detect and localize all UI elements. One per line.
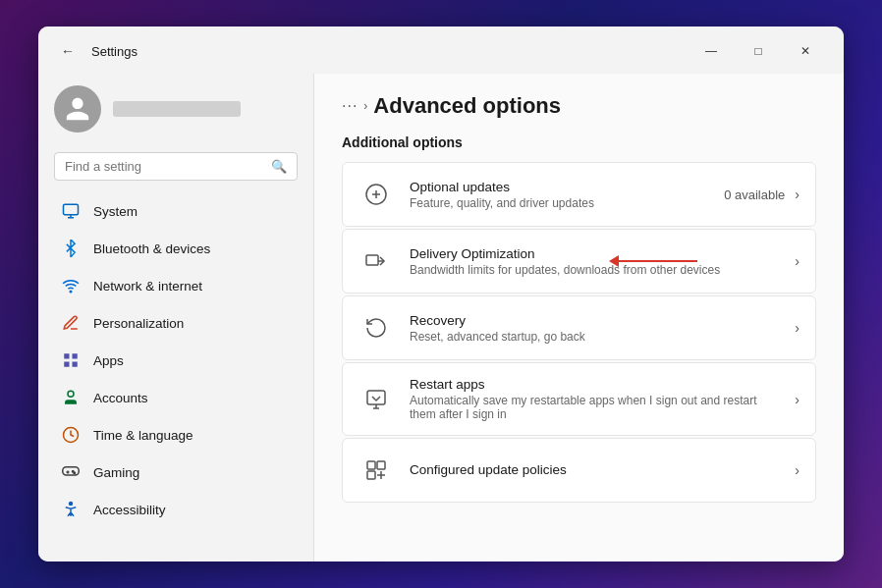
optional-updates-icon <box>358 177 394 212</box>
maximize-button[interactable]: □ <box>736 36 781 66</box>
optional-updates-text: Optional updates Feature, quality, and d… <box>410 180 708 210</box>
time-icon <box>62 426 80 444</box>
svg-point-3 <box>70 291 72 293</box>
recovery-item[interactable]: Recovery Reset, advanced startup, go bac… <box>342 295 816 360</box>
gaming-label: Gaming <box>93 465 139 480</box>
configured-policies-right: › <box>795 462 799 478</box>
recovery-chevron: › <box>795 320 799 336</box>
nav-item-accessibility[interactable]: Accessibility <box>46 492 305 527</box>
nav-item-accounts[interactable]: Accounts <box>46 380 305 415</box>
network-label: Network & internet <box>93 279 202 294</box>
breadcrumb: ··· › Advanced options <box>342 93 816 119</box>
apps-icon <box>62 351 80 369</box>
settings-list: Optional updates Feature, quality, and d… <box>342 162 816 503</box>
gaming-icon <box>62 463 80 481</box>
apps-label: Apps <box>93 353 124 368</box>
recovery-desc: Reset, advanced startup, go back <box>410 330 779 344</box>
search-box[interactable]: 🔍 <box>54 152 298 181</box>
nav-item-system[interactable]: System <box>46 193 305 229</box>
nav-item-time[interactable]: Time & language <box>46 417 305 453</box>
svg-point-14 <box>70 503 73 506</box>
settings-window: ← Settings — □ ✕ 🔍 <box>38 27 844 561</box>
main-content: ··· › Advanced options Additional option… <box>313 74 844 561</box>
configured-policies-name: Configured update policies <box>410 462 779 477</box>
svg-rect-18 <box>366 255 378 265</box>
user-name-placeholder <box>113 101 241 117</box>
delivery-optimization-name: Delivery Optimization <box>410 246 779 261</box>
nav-item-personalization[interactable]: Personalization <box>46 305 305 341</box>
accounts-label: Accounts <box>93 391 148 405</box>
recovery-name: Recovery <box>410 313 779 328</box>
svg-rect-0 <box>64 204 79 215</box>
svg-rect-20 <box>367 391 385 404</box>
section-title: Additional options <box>342 134 816 150</box>
restart-apps-desc: Automatically save my restartable apps w… <box>410 394 779 421</box>
title-bar: ← Settings — □ ✕ <box>38 27 844 74</box>
restart-apps-item[interactable]: Restart apps Automatically save my resta… <box>342 362 816 436</box>
delivery-optimization-desc: Bandwidth limits for updates, downloads … <box>410 263 779 277</box>
optional-updates-badge: 0 available <box>724 187 785 202</box>
restart-apps-chevron: › <box>795 392 799 407</box>
configured-policies-icon <box>358 453 394 488</box>
svg-rect-4 <box>64 353 69 358</box>
nav-item-gaming[interactable]: Gaming <box>46 454 305 490</box>
page-title: Advanced options <box>373 93 561 119</box>
svg-point-8 <box>68 391 74 397</box>
delivery-optimization-icon <box>358 243 394 279</box>
recovery-right: › <box>795 320 799 336</box>
nav-item-bluetooth[interactable]: Bluetooth & devices <box>46 231 305 266</box>
title-bar-left: ← Settings <box>54 37 138 65</box>
personalization-label: Personalization <box>93 316 184 331</box>
configured-update-policies-item[interactable]: Configured update policies › <box>342 438 816 503</box>
delivery-optimization-right: › <box>795 253 799 269</box>
optional-updates-chevron: › <box>795 187 799 202</box>
minimize-button[interactable]: — <box>689 36 734 66</box>
restart-apps-icon <box>358 382 394 417</box>
svg-rect-22 <box>377 461 385 469</box>
restart-apps-right: › <box>795 392 799 407</box>
arrow-head-icon <box>609 255 619 267</box>
search-icon: 🔍 <box>271 159 287 174</box>
configured-policies-text: Configured update policies <box>410 462 779 479</box>
restart-apps-name: Restart apps <box>410 377 779 392</box>
window-body: 🔍 System Bluetooth & devices Network <box>38 74 844 561</box>
svg-point-13 <box>74 472 76 474</box>
bluetooth-label: Bluetooth & devices <box>93 241 210 256</box>
accounts-icon <box>62 389 80 406</box>
window-title: Settings <box>91 44 138 59</box>
breadcrumb-dots[interactable]: ··· <box>342 97 358 115</box>
svg-rect-5 <box>73 353 78 358</box>
user-avatar-icon <box>64 95 91 123</box>
optional-updates-name: Optional updates <box>410 180 708 194</box>
optional-updates-item[interactable]: Optional updates Feature, quality, and d… <box>342 162 816 227</box>
svg-rect-21 <box>367 461 375 469</box>
optional-updates-desc: Feature, quality, and driver updates <box>410 196 708 210</box>
delivery-optimization-text: Delivery Optimization Bandwidth limits f… <box>410 246 779 277</box>
personalization-icon <box>62 314 80 332</box>
sidebar: 🔍 System Bluetooth & devices Network <box>38 74 313 561</box>
accessibility-icon <box>62 501 80 518</box>
search-input[interactable] <box>65 159 263 174</box>
nav-item-network[interactable]: Network & internet <box>46 268 305 303</box>
system-icon <box>62 202 80 220</box>
delivery-optimization-item[interactable]: Delivery Optimization Bandwidth limits f… <box>342 229 816 294</box>
network-icon <box>62 277 80 294</box>
nav-item-apps[interactable]: Apps <box>46 343 305 378</box>
user-section <box>38 74 313 148</box>
back-button[interactable]: ← <box>54 37 82 65</box>
close-button[interactable]: ✕ <box>783 36 828 66</box>
accessibility-label: Accessibility <box>93 503 166 517</box>
svg-rect-23 <box>367 471 375 479</box>
optional-updates-right: 0 available › <box>724 187 799 202</box>
system-label: System <box>93 204 138 219</box>
time-label: Time & language <box>93 428 193 443</box>
arrow-annotation <box>609 255 697 267</box>
svg-rect-6 <box>64 362 69 367</box>
configured-policies-chevron: › <box>795 462 799 478</box>
bluetooth-icon <box>62 240 80 257</box>
avatar <box>54 85 101 133</box>
recovery-text: Recovery Reset, advanced startup, go bac… <box>410 313 779 344</box>
arrow-line <box>619 260 697 262</box>
window-controls: — □ ✕ <box>689 36 828 66</box>
restart-apps-text: Restart apps Automatically save my resta… <box>410 377 779 421</box>
